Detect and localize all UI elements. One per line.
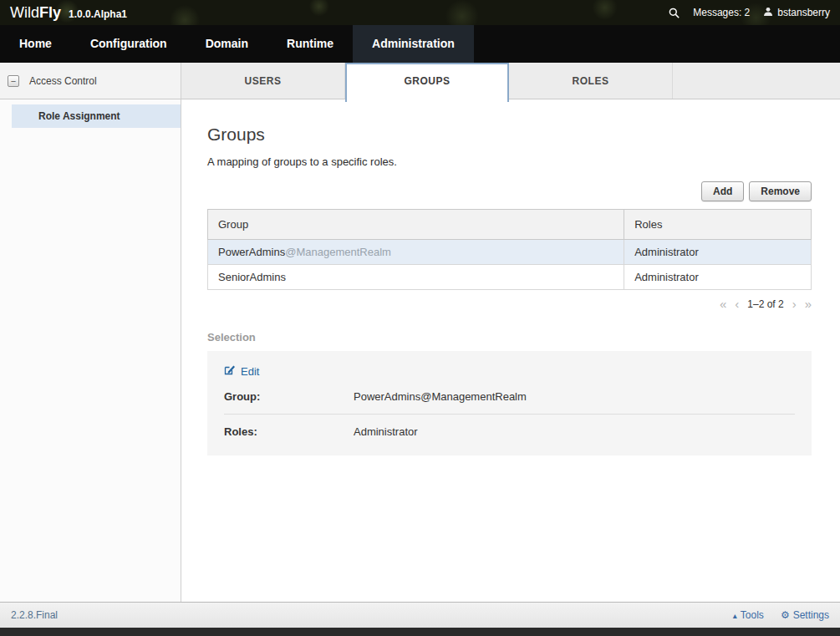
nav-item-administration[interactable]: Administration bbox=[353, 25, 474, 63]
settings-label: Settings bbox=[793, 609, 829, 621]
tab-roles[interactable]: ROLES bbox=[509, 63, 673, 99]
edit-label: Edit bbox=[241, 365, 259, 378]
table-header-row: Group Roles bbox=[208, 210, 812, 240]
column-header-roles[interactable]: Roles bbox=[624, 210, 812, 240]
cell-roles: Administrator bbox=[624, 265, 812, 290]
last-page-button[interactable]: » bbox=[805, 298, 812, 310]
gear-icon: ⚙ bbox=[781, 609, 790, 621]
nav-item-domain[interactable]: Domain bbox=[186, 25, 267, 63]
body: − Access Control Role Assignment USERS G… bbox=[0, 63, 840, 602]
field-label: Roles: bbox=[224, 425, 354, 438]
collapse-icon[interactable]: − bbox=[8, 75, 19, 87]
search-icon[interactable] bbox=[669, 8, 680, 18]
nav-item-configuration[interactable]: Configuration bbox=[71, 25, 186, 63]
tab-groups[interactable]: GROUPS bbox=[345, 63, 509, 102]
page-title: Groups bbox=[207, 125, 812, 145]
main-panel: USERS GROUPS ROLES Groups A mapping of g… bbox=[181, 63, 840, 602]
edit-button[interactable]: Edit bbox=[224, 364, 259, 378]
group-name: PowerAdmins bbox=[218, 246, 285, 258]
table-row-poweradmins[interactable]: PowerAdmins@ManagementRealm Administrato… bbox=[208, 240, 812, 265]
cell-group: SeniorAdmins bbox=[208, 265, 624, 290]
nav-item-runtime[interactable]: Runtime bbox=[267, 25, 353, 63]
sidebar-item-role-assignment[interactable]: Role Assignment bbox=[12, 104, 181, 128]
tools-link[interactable]: ▴ Tools bbox=[733, 609, 764, 621]
header-actions: Messages: 2 bstansberry bbox=[669, 7, 830, 19]
messages-indicator[interactable]: Messages: 2 bbox=[693, 7, 750, 18]
user-menu[interactable]: bstansberry bbox=[763, 7, 830, 19]
tools-label: Tools bbox=[741, 609, 764, 621]
cell-roles: Administrator bbox=[624, 240, 812, 265]
prev-page-button[interactable]: ‹ bbox=[735, 298, 739, 310]
selection-panel: Edit Group: PowerAdmins@ManagementRealm … bbox=[207, 351, 812, 455]
column-header-group[interactable]: Group bbox=[208, 210, 624, 240]
username-label: bstansberry bbox=[777, 7, 830, 18]
brand-version: 1.0.0.Alpha1 bbox=[69, 8, 127, 20]
footer-version: 2.2.8.Final bbox=[11, 609, 58, 621]
tab-strip: USERS GROUPS ROLES bbox=[181, 63, 840, 99]
sidebar: − Access Control Role Assignment bbox=[0, 63, 181, 602]
first-page-button[interactable]: « bbox=[720, 298, 726, 310]
footer: 2.2.8.Final ▴ Tools ⚙ Settings bbox=[0, 602, 840, 628]
tools-arrow-icon: ▴ bbox=[733, 611, 737, 620]
table-actions: Add Remove bbox=[207, 181, 812, 201]
selection-field-roles: Roles: Administrator bbox=[224, 414, 795, 449]
pagination: « ‹ 1–2 of 2 › » bbox=[207, 298, 812, 310]
pagination-label: 1–2 of 2 bbox=[747, 298, 783, 310]
table-row-senioradmins[interactable]: SeniorAdmins Administrator bbox=[208, 265, 812, 290]
main-nav: Home Configuration Domain Runtime Admini… bbox=[0, 25, 840, 63]
wildfly-admin-console: WildFly 1.0.0.Alpha1 Messages: 2 bstansb… bbox=[0, 0, 840, 636]
field-label: Group: bbox=[224, 390, 354, 403]
remove-button[interactable]: Remove bbox=[749, 181, 812, 201]
user-icon bbox=[763, 7, 773, 19]
brand-wild: Wild bbox=[10, 4, 39, 22]
window-bottom-edge bbox=[0, 628, 840, 636]
groups-table: Group Roles PowerAdmins@ManagementRealm … bbox=[207, 209, 812, 290]
nav-item-home[interactable]: Home bbox=[0, 25, 71, 63]
brand-logo: WildFly 1.0.0.Alpha1 bbox=[10, 4, 127, 22]
footer-links: ▴ Tools ⚙ Settings bbox=[733, 609, 829, 621]
group-realm: @ManagementRealm bbox=[285, 246, 391, 258]
sidebar-section-header: − Access Control bbox=[0, 63, 181, 99]
tab-users[interactable]: USERS bbox=[181, 63, 345, 99]
field-value: Administrator bbox=[354, 425, 418, 438]
sidebar-section-title: Access Control bbox=[29, 75, 97, 87]
add-button[interactable]: Add bbox=[701, 181, 744, 201]
group-name: SeniorAdmins bbox=[218, 271, 286, 283]
cell-group: PowerAdmins@ManagementRealm bbox=[208, 240, 624, 265]
edit-icon bbox=[224, 364, 236, 378]
top-header: WildFly 1.0.0.Alpha1 Messages: 2 bstansb… bbox=[0, 0, 840, 25]
page-subtitle: A mapping of groups to a specific roles. bbox=[207, 155, 812, 168]
settings-link[interactable]: ⚙ Settings bbox=[781, 609, 829, 621]
content-area: Groups A mapping of groups to a specific… bbox=[181, 99, 840, 602]
brand-fly: Fly bbox=[39, 4, 61, 22]
selection-field-group: Group: PowerAdmins@ManagementRealm bbox=[224, 379, 795, 414]
next-page-button[interactable]: › bbox=[792, 298, 797, 310]
selection-title: Selection bbox=[207, 331, 812, 343]
field-value: PowerAdmins@ManagementRealm bbox=[354, 390, 527, 403]
